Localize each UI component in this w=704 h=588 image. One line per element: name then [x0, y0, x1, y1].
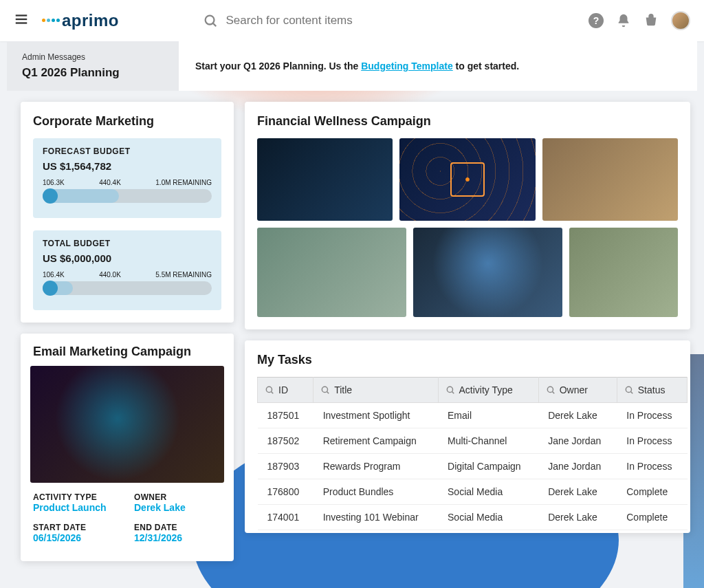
svg-point-9 — [447, 386, 452, 392]
cell-title: Rewards Program — [314, 454, 438, 479]
menu-icon[interactable] — [14, 12, 29, 30]
total-budget-widget: TOTAL BUDGET US $6,000,000 106.4K 440.0K… — [33, 230, 221, 310]
search-icon — [320, 385, 330, 395]
gallery-thumb-3[interactable] — [542, 138, 678, 221]
cell-title: Investing 101 Webinar — [314, 505, 438, 530]
forecast-budget-widget: FORECAST BUDGET US $1,564,782 106.3K 440… — [33, 138, 221, 218]
owner-value[interactable]: Derek Lake — [134, 502, 221, 513]
shopping-icon[interactable] — [644, 13, 659, 28]
avatar[interactable] — [671, 11, 690, 30]
cell-title: Retirement Campaign — [314, 428, 438, 454]
cell-id: 176800 — [258, 479, 314, 505]
cell-id: 187502 — [258, 428, 314, 454]
activity-type-label: ACTIVITY TYPE — [33, 492, 120, 502]
start-date-label: START DATE — [33, 523, 120, 532]
gallery-thumb-5[interactable] — [413, 228, 562, 317]
cell-activity: Social Media — [438, 479, 538, 505]
gallery-thumb-1[interactable] — [257, 138, 393, 221]
svg-point-13 — [626, 386, 631, 392]
gallery-thumb-2[interactable] — [399, 138, 535, 221]
total-label: TOTAL BUDGET — [43, 239, 212, 248]
cell-title: Investment Spotlight — [314, 403, 438, 428]
cell-owner: Derek Lake — [538, 403, 617, 428]
my-tasks-card: My Tasks ID Title Activity Type Owner St… — [245, 340, 690, 533]
col-status[interactable]: Status — [617, 378, 687, 403]
budgeting-template-link[interactable]: Budgeting Template — [361, 61, 453, 72]
forecast-slider[interactable] — [43, 189, 212, 203]
svg-point-3 — [205, 16, 214, 25]
svg-line-14 — [630, 392, 632, 394]
cell-status: Complete — [617, 479, 687, 505]
table-row[interactable]: 187501Investment SpotlightEmailDerek Lak… — [258, 403, 688, 428]
table-row[interactable]: 176800Product BundlesSocial MediaDerek L… — [258, 479, 688, 505]
cell-owner: Jane Jordan — [538, 454, 617, 479]
svg-point-11 — [547, 386, 553, 392]
my-tasks-title: My Tasks — [257, 353, 688, 367]
col-title[interactable]: Title — [314, 378, 438, 403]
cell-status: In Process — [617, 428, 687, 454]
cell-status: In Process — [617, 454, 687, 479]
cell-activity: Social Media — [438, 505, 538, 530]
col-activity[interactable]: Activity Type — [438, 378, 538, 403]
cell-owner: Derek Lake — [538, 479, 617, 505]
cell-owner: Derek Lake — [538, 505, 617, 530]
svg-point-5 — [266, 386, 272, 392]
logo-text: aprimo — [62, 11, 119, 30]
cell-owner: Jane Jordan — [538, 428, 617, 454]
bell-icon[interactable] — [616, 13, 631, 28]
admin-banner: Admin Messages Q1 2026 Planning Start yo… — [7, 41, 697, 91]
start-date-value[interactable]: 06/15/2026 — [33, 532, 120, 543]
svg-line-10 — [452, 392, 454, 394]
financial-wellness-card: Financial Wellness Campaign — [245, 102, 690, 329]
tasks-table: ID Title Activity Type Owner Status 1875… — [257, 377, 688, 530]
cell-activity: Email — [438, 403, 538, 428]
gallery-thumb-6[interactable] — [569, 228, 678, 317]
search-icon — [203, 13, 218, 28]
svg-line-6 — [272, 392, 274, 394]
table-row[interactable]: 187502Retirement CampaignMulti-ChannelJa… — [258, 428, 688, 454]
admin-message-text: Start your Q1 2026 Planning. Us the Budg… — [195, 61, 519, 72]
cell-status: Complete — [617, 505, 687, 530]
forecast-amount: US $1,564,782 — [43, 160, 212, 172]
cell-id: 174001 — [258, 505, 314, 530]
owner-label: OWNER — [134, 492, 221, 502]
cell-activity: Multi-Channel — [438, 428, 538, 454]
corporate-marketing-card: Corporate Marketing FORECAST BUDGET US $… — [21, 102, 234, 323]
search-input[interactable] — [226, 14, 505, 28]
cell-status: In Process — [617, 403, 687, 428]
search-icon — [265, 385, 274, 395]
svg-line-8 — [327, 392, 329, 394]
end-date-value[interactable]: 12/31/2026 — [134, 532, 221, 543]
admin-messages-title: Q1 2026 Planning — [22, 66, 164, 80]
table-row[interactable]: 187903Rewards ProgramDigital CampaignJan… — [258, 454, 688, 479]
svg-line-12 — [552, 392, 554, 394]
cell-id: 187501 — [258, 403, 314, 428]
logo[interactable]: aprimo — [41, 11, 119, 30]
svg-line-4 — [213, 23, 216, 26]
svg-point-7 — [322, 386, 327, 392]
col-owner[interactable]: Owner — [538, 378, 617, 403]
col-id[interactable]: ID — [258, 378, 314, 403]
activity-type-value[interactable]: Product Launch — [33, 502, 120, 513]
search-icon — [546, 385, 556, 395]
total-slider[interactable] — [43, 281, 212, 295]
search-icon — [624, 385, 634, 395]
search-icon — [446, 385, 455, 395]
gallery-thumb-4[interactable] — [257, 228, 406, 317]
email-marketing-title: Email Marketing Campaign — [33, 345, 221, 359]
forecast-label: FORECAST BUDGET — [43, 146, 212, 156]
cell-id: 187903 — [258, 454, 314, 479]
end-date-label: END DATE — [134, 523, 221, 532]
help-icon[interactable]: ? — [588, 13, 604, 28]
house-icon — [450, 162, 485, 197]
admin-messages-label: Admin Messages — [22, 52, 164, 62]
total-amount: US $6,000,000 — [43, 252, 212, 264]
email-marketing-card: Email Marketing Campaign ACTIVITY TYPE P… — [21, 334, 234, 561]
financial-wellness-title: Financial Wellness Campaign — [257, 114, 678, 129]
logo-dots-icon — [41, 7, 60, 26]
app-header: aprimo ? — [0, 0, 704, 41]
search-box[interactable] — [203, 13, 505, 28]
table-row[interactable]: 174001Investing 101 WebinarSocial MediaD… — [258, 505, 688, 530]
cell-activity: Digital Campaign — [438, 454, 538, 479]
campaign-hero-image — [30, 366, 224, 483]
